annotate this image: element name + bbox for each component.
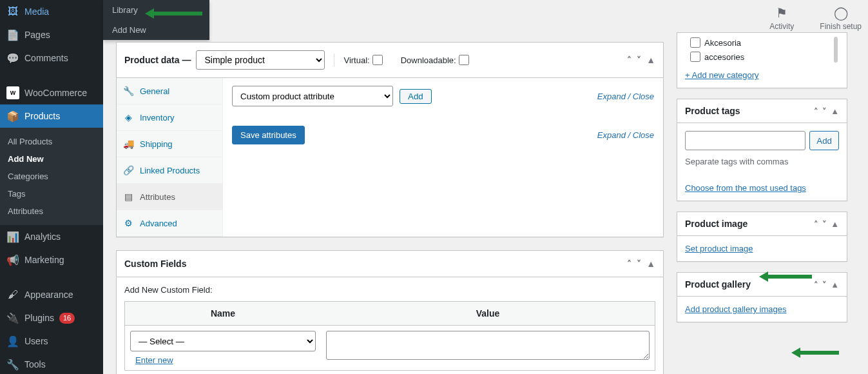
panel-up-icon[interactable]: ˄: [627, 259, 632, 269]
sidebar-label: WooCommerce: [24, 88, 87, 98]
product-data-tabs: 🔧General ◈Inventory 🚚Shipping 🔗Linked Pr…: [117, 78, 223, 237]
products-submenu: All Products Add New Categories Tags Att…: [0, 128, 103, 225]
sidebar-item-products[interactable]: 📦 Products: [0, 104, 103, 128]
analytics-icon: 📊: [6, 230, 19, 243]
expand-close-link[interactable]: Expand / Close: [597, 92, 654, 101]
panel-down-icon[interactable]: ˅: [637, 259, 641, 269]
category-item[interactable]: accesories: [690, 50, 834, 64]
category-checkbox[interactable]: [690, 37, 700, 48]
product-image-metabox: Product image ˄˅▲ Set product image: [677, 212, 847, 262]
category-item[interactable]: Akcesoria: [690, 35, 834, 50]
wrench-icon: 🔧: [123, 86, 133, 96]
panel-down-icon[interactable]: ˅: [637, 55, 641, 65]
product-type-select[interactable]: Simple product: [196, 50, 325, 70]
panel-toggle-icon[interactable]: ▲: [831, 106, 839, 116]
panel-toggle-icon[interactable]: ▲: [831, 280, 839, 290]
panel-up-icon[interactable]: ˄: [627, 55, 632, 65]
categories-metabox: Akcesoria accesories + Add new category: [677, 32, 847, 88]
panel-toggle-icon[interactable]: ▲: [646, 55, 655, 65]
circle-icon: ◯: [820, 5, 862, 21]
tab-label: Inventory: [140, 113, 174, 123]
add-gallery-images-link[interactable]: Add product gallery images: [685, 304, 787, 314]
enter-new-link[interactable]: Enter new: [130, 351, 178, 365]
tab-shipping[interactable]: 🚚Shipping: [117, 131, 222, 157]
sidebar-label: Pages: [24, 30, 50, 40]
users-icon: 👤: [6, 335, 19, 348]
tab-label: Advanced: [140, 219, 177, 228]
sidebar-item-analytics[interactable]: 📊 Analytics: [0, 225, 103, 248]
submenu-add-new[interactable]: Add New: [0, 150, 103, 168]
category-label: accesories: [704, 52, 744, 62]
submenu-categories[interactable]: Categories: [0, 168, 103, 185]
category-checkbox[interactable]: [690, 52, 700, 62]
sidebar-label: Media: [24, 6, 49, 17]
activity-button[interactable]: ⚑ Activity: [769, 5, 794, 31]
tab-label: Shipping: [140, 139, 173, 149]
submenu-all-products[interactable]: All Products: [0, 133, 103, 150]
finish-setup-button[interactable]: ◯ Finish setup: [820, 5, 862, 31]
sidebar-item-comments[interactable]: 💬 Comments: [0, 46, 103, 70]
choose-tags-link[interactable]: Choose from the most used tags: [685, 183, 806, 193]
panel-down-icon[interactable]: ˅: [822, 219, 827, 229]
truck-icon: 🚚: [123, 139, 133, 149]
link-icon: 🔗: [123, 165, 133, 175]
marketing-icon: 📢: [6, 253, 19, 266]
tab-linked[interactable]: 🔗Linked Products: [117, 157, 222, 184]
tab-inventory[interactable]: ◈Inventory: [117, 104, 222, 131]
flyout-add-new[interactable]: Add New: [103, 20, 209, 40]
activity-label: Activity: [769, 22, 794, 31]
sidebar-label: Users: [24, 336, 48, 346]
sidebar-label: Plugins: [24, 313, 54, 323]
product-gallery-metabox: Product gallery ˄˅▲ Add product gallery …: [677, 272, 847, 322]
sidebar-item-woocommerce[interactable]: W WooCommerce: [0, 81, 103, 104]
sidebar-label: Appearance: [24, 290, 73, 300]
cf-name-select[interactable]: — Select —: [130, 331, 316, 351]
sidebar-label: Comments: [24, 53, 68, 63]
sidebar-item-plugins[interactable]: 🔌 Plugins 16: [0, 306, 103, 330]
panel-up-icon[interactable]: ˄: [814, 106, 818, 116]
category-label: Akcesoria: [704, 38, 741, 48]
panel-down-icon[interactable]: ˅: [822, 106, 827, 116]
add-attribute-button[interactable]: Add: [400, 89, 432, 104]
sidebar-label: Marketing: [24, 255, 64, 265]
add-tag-button[interactable]: Add: [809, 131, 839, 150]
virtual-checkbox-wrap[interactable]: Virtual:: [343, 55, 382, 65]
save-attributes-button[interactable]: Save attributes: [232, 126, 305, 144]
virtual-checkbox[interactable]: [372, 55, 383, 65]
downloadable-checkbox[interactable]: [459, 55, 469, 65]
cf-value-textarea[interactable]: [326, 331, 650, 360]
product-data-panel: Product data — Simple product Virtual: D…: [116, 42, 664, 237]
sidebar-item-media[interactable]: 🖼 Media: [0, 0, 103, 23]
submenu-tags[interactable]: Tags: [0, 185, 103, 202]
sidebar-item-tools[interactable]: 🔧 Tools: [0, 353, 103, 374]
set-product-image-link[interactable]: Set product image: [685, 244, 753, 253]
tab-advanced[interactable]: ⚙Advanced: [117, 210, 222, 237]
sidebar-item-pages[interactable]: 📄 Pages: [0, 23, 103, 46]
downloadable-checkbox-wrap[interactable]: Downloadable:: [401, 55, 469, 65]
submenu-attributes[interactable]: Attributes: [0, 202, 103, 220]
sidebar-item-users[interactable]: 👤 Users: [0, 330, 103, 353]
panel-up-icon[interactable]: ˄: [814, 219, 818, 229]
tab-attributes[interactable]: ▤Attributes: [117, 184, 222, 210]
sidebar-item-marketing[interactable]: 📢 Marketing: [0, 248, 103, 271]
tag-help-text: Separate tags with commas: [685, 157, 839, 166]
attribute-type-select[interactable]: Custom product attribute: [232, 86, 393, 106]
sidebar-item-appearance[interactable]: 🖌 Appearance: [0, 283, 103, 306]
flyout-library[interactable]: Library: [103, 0, 209, 20]
tab-general[interactable]: 🔧General: [117, 78, 222, 104]
panel-down-icon[interactable]: ˅: [822, 280, 827, 290]
panel-toggle-icon[interactable]: ▲: [646, 259, 655, 269]
panel-toggle-icon[interactable]: ▲: [831, 219, 839, 229]
scrollbar[interactable]: [834, 37, 838, 63]
downloadable-label: Downloadable:: [401, 55, 456, 65]
annotation-arrow: [791, 348, 839, 358]
add-new-category-link[interactable]: + Add new category: [685, 70, 759, 80]
sidebar-label: Tools: [24, 359, 46, 369]
product-tags-header: Product tags: [685, 106, 740, 116]
product-image-header: Product image: [685, 219, 747, 229]
media-flyout: Library Add New: [103, 0, 209, 40]
panel-up-icon[interactable]: ˄: [814, 280, 818, 290]
tag-input[interactable]: [685, 131, 805, 150]
tools-icon: 🔧: [6, 358, 19, 371]
expand-close-link-2[interactable]: Expand / Close: [597, 130, 654, 140]
